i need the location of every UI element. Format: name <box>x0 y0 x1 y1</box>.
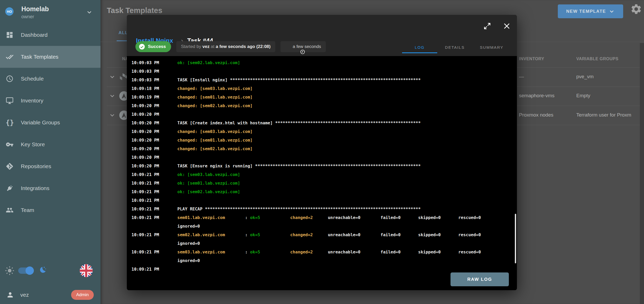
modal-tab-log[interactable]: LOG <box>402 41 437 53</box>
cell-variable-groups: Empty <box>576 93 590 99</box>
log-line: 10:09:21 PMPLAY RECAP ******************… <box>132 205 517 213</box>
log-line: 10:09:21 PM <box>132 196 517 205</box>
user-row[interactable]: vez Admin <box>0 287 101 304</box>
log-line: ignored=0 <box>132 256 517 265</box>
team-switcher[interactable]: HO Homelab owner <box>0 0 101 24</box>
log-message: ok: [sem02.lab.vezpi.com] <box>177 187 240 196</box>
log-line: 10:09:20 PM <box>132 153 517 162</box>
column-header-inventory: INVENTORY <box>519 57 544 61</box>
log-line: 10:09:20 PMchanged: [sem02.lab.vezpi.com… <box>132 144 517 153</box>
log-line: 10:09:20 PMchanged: [sem02.lab.vezpi.com… <box>132 101 517 110</box>
modal-header: Install Nginx › Task #44 Success Started… <box>127 15 517 56</box>
log-timestamp: 10:09:21 PM <box>132 230 177 239</box>
team-icon <box>6 206 14 214</box>
variable-groups-icon: {} <box>6 119 14 126</box>
raw-log-button[interactable]: RAW LOG <box>451 272 509 286</box>
chevron-down-icon[interactable] <box>109 74 116 80</box>
repositories-icon <box>6 162 14 170</box>
tab-all[interactable]: ALL <box>118 30 128 35</box>
chevron-down-icon[interactable] <box>109 93 116 99</box>
log-timestamp: 10:09:20 PM <box>132 153 177 162</box>
log-timestamp: 10:09:20 PM <box>132 136 177 144</box>
log-timestamp <box>132 222 177 230</box>
sidebar-item-task-templates[interactable]: Task Templates <box>0 46 101 68</box>
sidebar-item-label: Dashboard <box>21 32 48 38</box>
inventory-icon <box>6 97 14 105</box>
sidebar-item-key-store[interactable]: Key Store <box>0 133 101 155</box>
duration-label: a few seconds <box>293 44 321 49</box>
team-name: Homelab <box>21 5 49 13</box>
cell-inventory: — <box>519 74 524 80</box>
log-timestamp: 10:09:03 PM <box>132 67 177 76</box>
log-line: 10:09:03 PMTASK [Install nginx] ********… <box>132 76 517 84</box>
check-circle-icon <box>139 43 145 50</box>
log-message: changed: [sem03.lab.vezpi.com] <box>177 84 253 93</box>
log-message: sem01.lab.vezpi.com : ok=5 changed=2 unr… <box>177 213 481 222</box>
modal-tab-summary[interactable]: SUMMARY <box>472 41 511 53</box>
log-scrollbar[interactable] <box>515 214 516 263</box>
log-message: PLAY RECAP *****************************… <box>177 205 421 213</box>
log-line: 10:09:21 PMok: [sem03.lab.vezpi.com] <box>132 170 517 179</box>
person-icon <box>6 291 14 299</box>
task-log: 10:09:03 PMok: [sem02.lab.vezpi.com]10:0… <box>127 56 517 290</box>
close-icon[interactable] <box>503 22 511 30</box>
expand-icon[interactable] <box>483 22 491 30</box>
log-message: ok: [sem03.lab.vezpi.com] <box>177 170 240 179</box>
log-timestamp: 10:09:20 PM <box>132 101 177 110</box>
key-store-icon <box>6 141 14 148</box>
cell-variable-groups: Terraform user for Proxm <box>576 112 631 118</box>
log-message: changed: [sem01.lab.vezpi.com] <box>177 136 253 144</box>
sidebar-item-inventory[interactable]: Inventory <box>0 90 101 112</box>
sidebar-item-repositories[interactable]: Repositories <box>0 155 101 177</box>
log-line: 10:09:21 PMsem03.lab.vezpi.com : ok=5 ch… <box>132 248 517 256</box>
log-line: 10:09:21 PMsem01.lab.vezpi.com : ok=5 ch… <box>132 213 517 222</box>
log-timestamp <box>132 239 177 248</box>
gear-icon[interactable] <box>630 3 642 15</box>
sidebar-item-dashboard[interactable]: Dashboard <box>0 24 101 46</box>
sidebar-item-label: Team <box>21 207 34 213</box>
log-line: 10:09:20 PMTASK [Create index.html with … <box>132 119 517 127</box>
schedule-icon <box>6 75 14 83</box>
new-template-button[interactable]: NEW TEMPLATE <box>558 4 623 18</box>
log-line: 10:09:21 PMsem02.lab.vezpi.com : ok=5 ch… <box>132 230 517 239</box>
log-message: TASK [Ensure nginx is running] *********… <box>177 162 421 170</box>
log-timestamp: 10:09:21 PM <box>132 265 177 273</box>
language-flag-uk[interactable] <box>80 264 93 277</box>
log-timestamp: 10:09:03 PM <box>132 58 177 67</box>
cell-inventory: Proxmox nodes <box>519 112 553 118</box>
toggle-knob <box>26 266 34 275</box>
log-timestamp: 10:09:20 PM <box>132 119 177 127</box>
log-timestamp: 10:09:21 PM <box>132 205 177 213</box>
dark-mode-toggle[interactable] <box>18 267 33 274</box>
log-timestamp: 10:09:21 PM <box>132 179 177 187</box>
integrations-icon <box>6 184 14 192</box>
sidebar-item-label: Integrations <box>21 185 49 191</box>
started-prefix: Started by <box>181 44 202 49</box>
sidebar-item-team[interactable]: Team <box>0 199 101 221</box>
modal-tab-details[interactable]: DETAILS <box>437 41 472 53</box>
sidebar-item-schedule[interactable]: Schedule <box>0 68 101 90</box>
moon-stars-icon <box>38 265 47 274</box>
log-message: TASK [Install nginx] *******************… <box>177 76 421 84</box>
log-message: changed: [sem03.lab.vezpi.com] <box>177 127 253 136</box>
started-user: vez <box>202 44 209 49</box>
log-line: 10:09:03 PMok: [sem02.lab.vezpi.com] <box>132 58 517 67</box>
log-message: ok: [sem01.lab.vezpi.com] <box>177 179 240 187</box>
log-line: ignored=0 <box>132 222 517 230</box>
log-line: 10:09:20 PMchanged: [sem03.lab.vezpi.com… <box>132 127 517 136</box>
chevron-down-icon[interactable] <box>109 112 116 119</box>
theme-switcher <box>0 264 101 279</box>
task-templates-icon <box>6 53 14 61</box>
sidebar-nav: DashboardTask TemplatesScheduleInventory… <box>0 24 101 221</box>
status-badge: Success <box>135 41 171 52</box>
team-avatar: HO <box>5 7 14 16</box>
sidebar-item-variable-groups[interactable]: {}Variable Groups <box>0 112 101 133</box>
log-line: 10:09:20 PMTASK [Ensure nginx is running… <box>132 162 517 170</box>
content-scrollbar[interactable] <box>640 43 644 304</box>
log-timestamp: 10:09:21 PM <box>132 213 177 222</box>
status-row: Success Started by vez at a few seconds … <box>135 41 326 52</box>
sidebar-item-integrations[interactable]: Integrations <box>0 177 101 199</box>
chevron-down-icon[interactable] <box>86 9 93 16</box>
log-line: 10:09:20 PM <box>132 110 517 119</box>
new-template-label: NEW TEMPLATE <box>566 9 606 14</box>
